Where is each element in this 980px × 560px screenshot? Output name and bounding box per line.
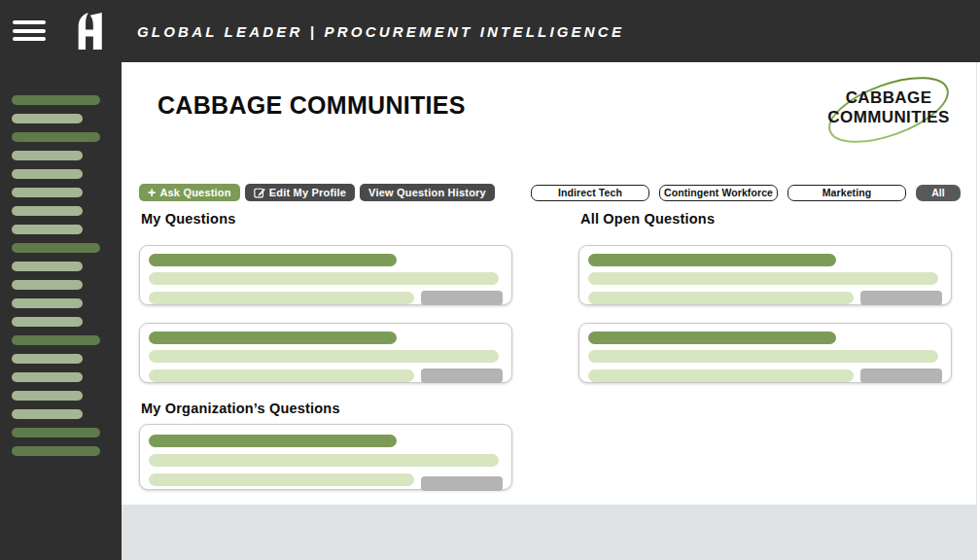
question-card[interactable]	[139, 245, 512, 305]
ask-question-button[interactable]: + Ask Question	[139, 184, 240, 201]
nav-item-placeholder[interactable]	[12, 280, 83, 290]
question-title-placeholder	[149, 435, 397, 447]
card-action-placeholder[interactable]	[421, 476, 503, 491]
question-text-placeholder	[149, 292, 414, 304]
hamburger-menu-icon[interactable]	[13, 20, 46, 42]
nav-item-placeholder[interactable]	[12, 206, 83, 216]
question-card[interactable]	[578, 323, 952, 383]
question-text-placeholder	[149, 272, 499, 285]
view-question-history-label: View Question History	[368, 187, 486, 198]
filter-contingent-workforce[interactable]: Contingent Workforce	[659, 185, 778, 201]
question-card[interactable]	[139, 323, 512, 383]
edit-my-profile-button[interactable]: Edit My Profile	[245, 184, 355, 201]
ask-question-label: Ask Question	[159, 187, 230, 198]
question-title-placeholder	[149, 254, 397, 266]
question-text-placeholder	[149, 350, 499, 363]
edit-icon	[254, 187, 265, 198]
cabbage-communities-logo: CABBAGE COMMUNITIES	[824, 71, 953, 149]
nav-item-placeholder[interactable]	[12, 114, 83, 123]
card-action-placeholder[interactable]	[421, 368, 503, 383]
question-text-placeholder	[149, 473, 414, 486]
nav-item-placeholder[interactable]	[12, 95, 100, 105]
question-title-placeholder	[149, 332, 397, 344]
nav-item-placeholder[interactable]	[12, 298, 83, 308]
question-text-placeholder	[588, 292, 854, 304]
org-questions-list	[139, 424, 512, 490]
nav-item-placeholder[interactable]	[12, 354, 83, 364]
question-title-placeholder	[588, 254, 836, 266]
nav-item-placeholder[interactable]	[12, 446, 100, 456]
edit-my-profile-label: Edit My Profile	[269, 187, 346, 198]
nav-item-placeholder[interactable]	[12, 188, 83, 197]
plus-icon: +	[148, 186, 156, 199]
sidebar-nav	[0, 62, 122, 560]
card-action-placeholder[interactable]	[860, 368, 942, 383]
header-tagline: GLOBAL LEADER | PROCUREMENT INTELLIGENCE	[137, 0, 624, 62]
company-h-logo-icon[interactable]	[72, 13, 109, 50]
question-card[interactable]	[139, 424, 512, 490]
app-header: GLOBAL LEADER | PROCUREMENT INTELLIGENCE	[0, 0, 980, 62]
brand-line2: COMMUNITIES	[824, 108, 953, 127]
question-text-placeholder	[149, 369, 414, 382]
my-questions-heading: My Questions	[141, 211, 512, 227]
nav-item-placeholder[interactable]	[12, 262, 83, 271]
view-question-history-button[interactable]: View Question History	[360, 184, 495, 201]
question-text-placeholder	[588, 350, 938, 363]
card-action-placeholder[interactable]	[860, 291, 942, 305]
org-questions-heading: My Organization’s Questions	[141, 401, 512, 416]
nav-item-placeholder[interactable]	[12, 409, 83, 419]
nav-item-placeholder[interactable]	[12, 317, 83, 327]
nav-item-placeholder[interactable]	[12, 428, 100, 438]
brand-line1: CABBAGE	[824, 88, 953, 108]
question-text-placeholder	[149, 454, 499, 467]
question-title-placeholder	[588, 332, 836, 344]
card-action-placeholder[interactable]	[421, 291, 503, 305]
nav-item-placeholder[interactable]	[12, 132, 100, 142]
filter-indirect-tech[interactable]: Indirect Tech	[531, 185, 649, 201]
my-questions-list	[139, 245, 512, 383]
hamburger-bar	[13, 20, 46, 24]
page-title: CABBAGE COMMUNITIES	[158, 91, 466, 120]
hamburger-bar	[13, 29, 46, 33]
questions-grid: My Questions My Organization’s Questions	[139, 211, 952, 508]
question-text-placeholder	[588, 272, 938, 285]
nav-item-placeholder[interactable]	[12, 151, 83, 160]
nav-item-placeholder[interactable]	[12, 225, 83, 234]
nav-item-placeholder[interactable]	[12, 335, 100, 345]
right-column: All Open Questions	[578, 211, 952, 508]
nav-item-placeholder[interactable]	[12, 169, 83, 179]
nav-item-placeholder[interactable]	[12, 372, 83, 382]
hamburger-bar	[13, 37, 46, 41]
filter-all[interactable]: All	[916, 185, 961, 201]
main-content: CABBAGE COMMUNITIES CABBAGE COMMUNITIES …	[122, 62, 977, 560]
question-card[interactable]	[578, 245, 952, 305]
footer-strip	[122, 505, 976, 560]
action-buttons: + Ask Question Edit My Profile View Ques…	[139, 184, 495, 201]
toolbar: + Ask Question Edit My Profile View Ques…	[139, 184, 961, 201]
nav-item-placeholder[interactable]	[12, 391, 83, 401]
all-open-questions-heading: All Open Questions	[580, 211, 952, 227]
all-open-questions-list	[578, 245, 952, 383]
filter-marketing[interactable]: Marketing	[788, 185, 906, 201]
left-column: My Questions My Organization’s Questions	[139, 211, 512, 508]
category-filters: Indirect Tech Contingent Workforce Marke…	[531, 185, 961, 201]
nav-item-placeholder[interactable]	[12, 243, 100, 253]
question-text-placeholder	[588, 369, 854, 382]
